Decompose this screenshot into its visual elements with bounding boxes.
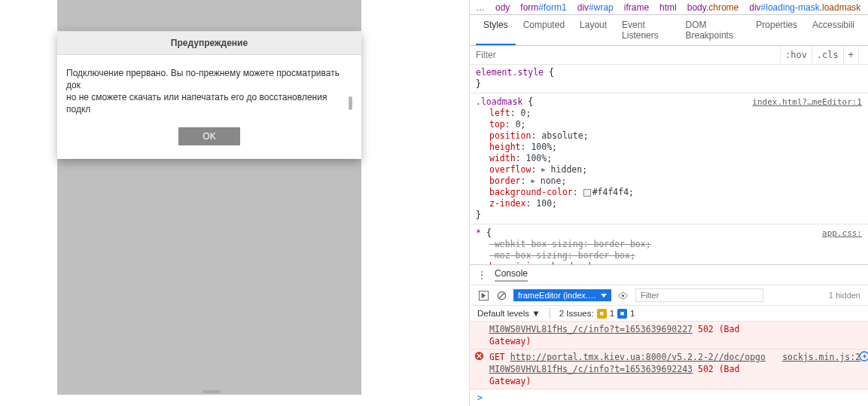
svg-line-4 (498, 292, 504, 298)
dialog-text-line: Подключение прервано. Вы по-прежнему мож… (66, 67, 352, 91)
css-declaration[interactable]: box-sizing: border-box; (476, 261, 862, 264)
console-drawer: ⋮ Console frameEditor (index.… 1 hidden … (470, 264, 868, 406)
clear-icon[interactable] (495, 289, 507, 301)
tab-properties[interactable]: Properties (748, 15, 805, 45)
styles-rules: element.style { } index.html?…meEditor:1… (470, 65, 868, 264)
warn-badge-icon: ■ (597, 309, 607, 319)
dialog-body: Подключение прервано. Вы по-прежнему мож… (57, 55, 361, 123)
rule-element-style[interactable]: element.style { } (476, 67, 862, 90)
console-error-row[interactable]: MI0WS0VHVL81fHs_/c/info?t=1653639690227 … (470, 322, 868, 350)
devtools-panel: … ody form#form1 div#wrap iframe html bo… (470, 0, 868, 406)
breadcrumb-item[interactable]: html (659, 2, 677, 13)
css-declaration[interactable]: z-index: 100; (476, 198, 862, 209)
tab-dom-breakpoints[interactable]: DOM Breakpoints (678, 15, 749, 45)
styles-tabbar: Styles Computed Layout Event Listeners D… (470, 15, 868, 46)
console-messages: MI0WS0VHVL81fHs_/c/info?t=1653639690227 … (470, 322, 868, 406)
source-link[interactable]: app.css: (822, 227, 862, 239)
dom-breadcrumb[interactable]: … ody form#form1 div#wrap iframe html bo… (470, 0, 868, 15)
hov-toggle[interactable]: :hov (780, 47, 812, 63)
console-tab[interactable]: Console (495, 268, 528, 282)
breadcrumb-item: body.chrome (687, 2, 739, 13)
css-declaration[interactable]: height: 100%; (476, 142, 862, 153)
css-declaration[interactable]: background-color: #f4f4f4; (476, 187, 862, 198)
log-levels[interactable]: Default levels ▼ (477, 309, 541, 318)
cls-toggle[interactable]: .cls (812, 47, 843, 63)
source-link[interactable]: sockjs.min.js:2 (782, 351, 860, 363)
styles-filter-input[interactable] (470, 46, 780, 64)
breadcrumb-item: form#form1 (520, 2, 566, 13)
kebab-icon[interactable]: ⋮ (477, 270, 487, 280)
css-declaration[interactable]: width: 100%; (476, 153, 862, 164)
console-filter-input[interactable] (635, 288, 763, 302)
warning-dialog: Предупреждение Подключение прервано. Вы … (57, 31, 361, 159)
tab-computed[interactable]: Computed (516, 15, 572, 45)
hidden-count[interactable]: 1 hidden (829, 291, 860, 300)
css-declaration[interactable]: left: 0; (476, 108, 862, 119)
issues-counter[interactable]: 2 Issues: ■1 ■1 (559, 309, 635, 319)
new-rule-button[interactable]: + (843, 47, 858, 63)
link-icon[interactable] (859, 351, 868, 362)
drag-handle[interactable] (203, 390, 221, 393)
context-selector[interactable]: frameEditor (index.… (513, 289, 611, 301)
ok-button[interactable]: OK (178, 127, 239, 145)
breadcrumb-item: div#loading-mask.loadmask (749, 2, 860, 13)
breadcrumb-ellipsis[interactable]: … (476, 2, 485, 13)
error-icon (474, 351, 484, 361)
panel-icon[interactable] (858, 47, 868, 63)
tab-layout[interactable]: Layout (572, 15, 614, 45)
scrollbar-thumb[interactable] (349, 96, 352, 110)
css-declaration[interactable]: overflow: ▶ hidden; (476, 164, 862, 176)
css-declaration[interactable]: -webkit-box-sizing: border-box; (476, 239, 862, 250)
styles-filter-row: :hov .cls + (470, 46, 868, 65)
color-swatch-icon[interactable] (583, 189, 591, 197)
tab-styles[interactable]: Styles (476, 15, 516, 45)
tab-event-listeners[interactable]: Event Listeners (614, 15, 678, 45)
rule-star[interactable]: app.css: * { -webkit-box-sizing: border-… (476, 227, 862, 264)
console-prompt[interactable]: > (470, 389, 868, 406)
breadcrumb-item[interactable]: iframe (624, 2, 649, 13)
play-icon[interactable] (477, 289, 489, 301)
css-declaration[interactable]: border: ▶ none; (476, 176, 862, 187)
console-error-row[interactable]: GET http://portal.tmx.kiev.ua:8000/v5.2.… (470, 350, 868, 389)
info-badge-icon: ■ (617, 309, 627, 319)
chevron-down-icon (601, 294, 607, 298)
source-link[interactable]: index.html?…meEditor:1 (752, 96, 862, 108)
app-viewport: Предупреждение Подключение прервано. Вы … (0, 0, 470, 406)
css-declaration[interactable]: -moz-box-sizing: border-box; (476, 250, 862, 261)
app-background: Предупреждение Подключение прервано. Вы … (57, 0, 361, 395)
css-declaration[interactable]: top: 0; (476, 119, 862, 130)
css-declaration[interactable]: position: absolute; (476, 130, 862, 142)
tab-accessibility[interactable]: Accessibili (805, 15, 862, 45)
dialog-text-line: но не сможете скачать или напечатать его… (66, 91, 344, 115)
dialog-title: Предупреждение (57, 31, 361, 55)
eye-icon[interactable] (617, 289, 629, 301)
breadcrumb-item: ody (495, 2, 510, 13)
breadcrumb-item: div#wrap (577, 2, 614, 13)
rule-loadmask[interactable]: index.html?…meEditor:1 .loadmask { left:… (476, 96, 862, 221)
svg-point-5 (622, 294, 624, 296)
